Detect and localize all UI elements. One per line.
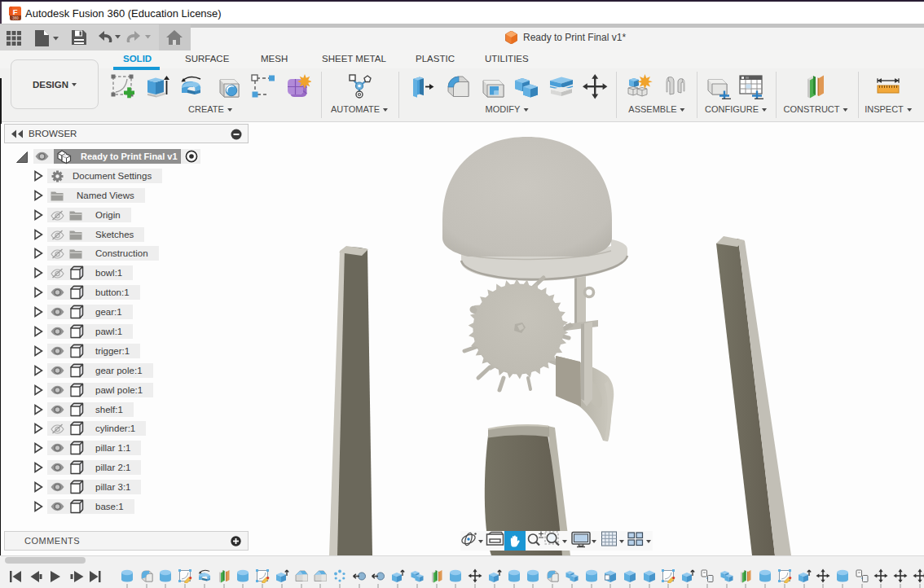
svg-text:360: 360 [12,16,19,20]
svg-text:F: F [13,7,18,16]
